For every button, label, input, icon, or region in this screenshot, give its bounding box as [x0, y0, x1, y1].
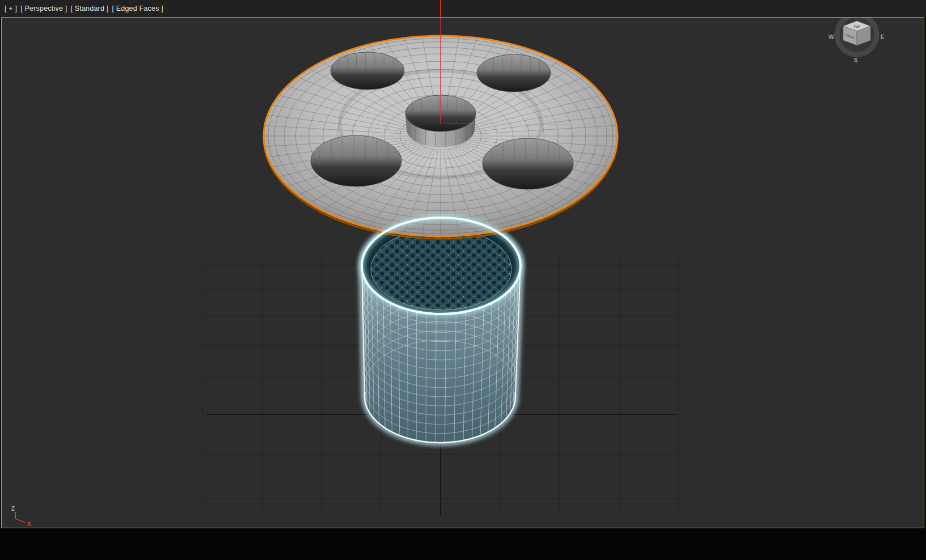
perspective-viewport[interactable]: Y X W S E TOP FRONT Z X: [1, 17, 924, 528]
world-axis-x-line: [15, 519, 26, 523]
viewport-per-view-menu[interactable]: [ Edged Faces ]: [112, 5, 163, 12]
gizmo-x-label: X: [576, 121, 580, 128]
viewcube-top-face-label[interactable]: TOP: [853, 25, 860, 28]
cylinder-object[interactable]: [362, 218, 521, 443]
gizmo-y-axis-line-top: [440, 0, 441, 17]
viewport-pov-menu[interactable]: [ Perspective ]: [20, 5, 67, 12]
viewport-canvas[interactable]: Y X W S E TOP FRONT Z X: [2, 18, 924, 528]
viewcube-south-letter[interactable]: S: [854, 57, 858, 63]
viewport-label-bar: [ + ] [ Perspective ] [ Standard ] [ Edg…: [0, 0, 926, 17]
world-axis-x-label: X: [27, 521, 31, 527]
viewport-shading-menu[interactable]: [ Standard ]: [70, 5, 108, 12]
world-axis-tripod: Z X: [11, 506, 31, 527]
gizmo-y-label: Y: [445, 49, 449, 56]
viewport-general-menu[interactable]: [ + ]: [5, 5, 17, 12]
viewcube-west-letter[interactable]: W: [828, 34, 834, 40]
viewcube-east-letter[interactable]: E: [881, 34, 885, 40]
bottom-bar: [0, 528, 926, 560]
world-axis-z-label: Z: [11, 506, 15, 512]
viewcube[interactable]: W S E TOP FRONT: [828, 18, 884, 63]
